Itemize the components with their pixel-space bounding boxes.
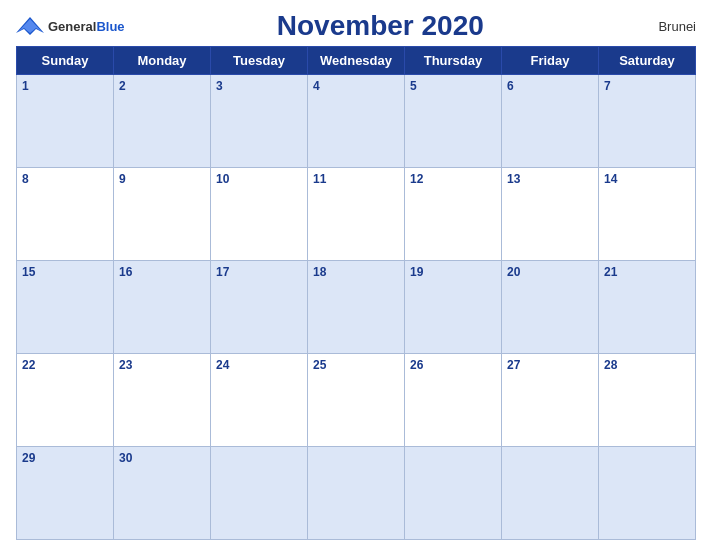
day-number: 23 (119, 358, 132, 372)
logo-bird-icon (16, 15, 44, 37)
calendar-day (211, 447, 308, 540)
weekday-thursday: Thursday (405, 47, 502, 75)
weekday-saturday: Saturday (599, 47, 696, 75)
calendar-day: 18 (308, 261, 405, 354)
day-number: 2 (119, 79, 126, 93)
calendar-day: 1 (17, 75, 114, 168)
weekday-wednesday: Wednesday (308, 47, 405, 75)
calendar-table: Sunday Monday Tuesday Wednesday Thursday… (16, 46, 696, 540)
svg-marker-1 (18, 19, 42, 33)
country-label: Brunei (636, 19, 696, 34)
calendar-day: 2 (114, 75, 211, 168)
calendar-day: 16 (114, 261, 211, 354)
calendar-day: 28 (599, 354, 696, 447)
calendar-day: 19 (405, 261, 502, 354)
calendar-day (308, 447, 405, 540)
calendar-day (599, 447, 696, 540)
calendar-day: 26 (405, 354, 502, 447)
calendar-day: 14 (599, 168, 696, 261)
day-number: 16 (119, 265, 132, 279)
day-number: 8 (22, 172, 29, 186)
day-number: 30 (119, 451, 132, 465)
weekday-tuesday: Tuesday (211, 47, 308, 75)
table-row: 15161718192021 (17, 261, 696, 354)
day-number: 29 (22, 451, 35, 465)
day-number: 9 (119, 172, 126, 186)
calendar-day: 24 (211, 354, 308, 447)
day-number: 4 (313, 79, 320, 93)
calendar-body: 1234567891011121314151617181920212223242… (17, 75, 696, 540)
calendar-day: 23 (114, 354, 211, 447)
calendar-day: 3 (211, 75, 308, 168)
logo-text: GeneralBlue (48, 17, 125, 35)
calendar-title: November 2020 (125, 10, 636, 42)
day-number: 14 (604, 172, 617, 186)
weekday-friday: Friday (502, 47, 599, 75)
day-number: 19 (410, 265, 423, 279)
day-number: 25 (313, 358, 326, 372)
calendar-day: 10 (211, 168, 308, 261)
day-number: 21 (604, 265, 617, 279)
weekday-monday: Monday (114, 47, 211, 75)
day-number: 11 (313, 172, 326, 186)
day-number: 12 (410, 172, 423, 186)
calendar-header-row: Sunday Monday Tuesday Wednesday Thursday… (17, 47, 696, 75)
day-number: 27 (507, 358, 520, 372)
calendar-day: 8 (17, 168, 114, 261)
calendar-day: 7 (599, 75, 696, 168)
day-number: 26 (410, 358, 423, 372)
day-number: 7 (604, 79, 611, 93)
weekday-sunday: Sunday (17, 47, 114, 75)
logo-general: General (48, 19, 96, 34)
calendar-day: 5 (405, 75, 502, 168)
day-number: 10 (216, 172, 229, 186)
day-number: 20 (507, 265, 520, 279)
day-number: 13 (507, 172, 520, 186)
day-number: 6 (507, 79, 514, 93)
calendar-day (502, 447, 599, 540)
calendar-day: 29 (17, 447, 114, 540)
calendar-day: 15 (17, 261, 114, 354)
day-number: 1 (22, 79, 29, 93)
calendar-day (405, 447, 502, 540)
calendar-day: 11 (308, 168, 405, 261)
table-row: 22232425262728 (17, 354, 696, 447)
table-row: 891011121314 (17, 168, 696, 261)
day-number: 18 (313, 265, 326, 279)
calendar-day: 17 (211, 261, 308, 354)
calendar-header: GeneralBlue November 2020 Brunei (16, 10, 696, 42)
day-number: 5 (410, 79, 417, 93)
table-row: 2930 (17, 447, 696, 540)
day-number: 22 (22, 358, 35, 372)
logo: GeneralBlue (16, 15, 125, 37)
day-number: 15 (22, 265, 35, 279)
calendar-day: 6 (502, 75, 599, 168)
day-number: 3 (216, 79, 223, 93)
calendar-day: 20 (502, 261, 599, 354)
calendar-day: 27 (502, 354, 599, 447)
table-row: 1234567 (17, 75, 696, 168)
day-number: 17 (216, 265, 229, 279)
calendar-day: 13 (502, 168, 599, 261)
calendar-day: 22 (17, 354, 114, 447)
calendar-day: 12 (405, 168, 502, 261)
calendar-day: 4 (308, 75, 405, 168)
calendar-day: 21 (599, 261, 696, 354)
logo-blue: Blue (96, 19, 124, 34)
day-number: 24 (216, 358, 229, 372)
calendar-day: 30 (114, 447, 211, 540)
calendar-day: 25 (308, 354, 405, 447)
day-number: 28 (604, 358, 617, 372)
calendar-day: 9 (114, 168, 211, 261)
